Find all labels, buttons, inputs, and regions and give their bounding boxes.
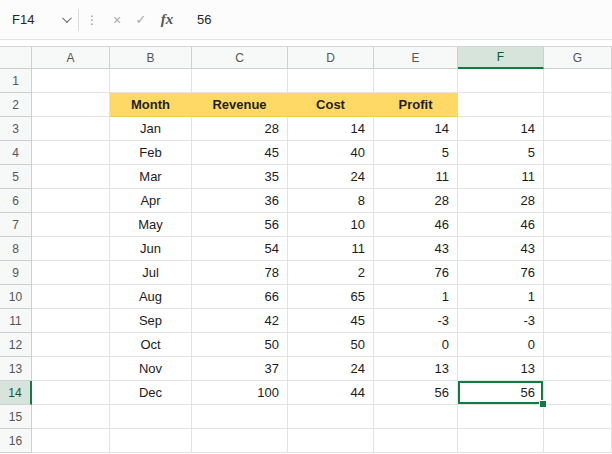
cell-B5[interactable]: Mar [110, 165, 192, 189]
cell-B8[interactable]: Jun [110, 237, 192, 261]
cell-A4[interactable] [32, 141, 110, 165]
cell-E14[interactable]: 56 [374, 381, 458, 405]
cell-F12[interactable]: 0 [458, 333, 544, 357]
cell-B7[interactable]: May [110, 213, 192, 237]
row-header-10[interactable]: 10 [0, 285, 32, 309]
cell-G9[interactable] [544, 261, 612, 285]
cell-G4[interactable] [544, 141, 612, 165]
cell-C4[interactable]: 45 [192, 141, 288, 165]
cell-G11[interactable] [544, 309, 612, 333]
cell-A8[interactable] [32, 237, 110, 261]
cell-D10[interactable]: 65 [288, 285, 374, 309]
cell-A6[interactable] [32, 189, 110, 213]
cell-F3[interactable]: 14 [458, 117, 544, 141]
cell-E15[interactable] [374, 405, 458, 429]
cell-A2[interactable] [32, 93, 110, 117]
cell-G7[interactable] [544, 213, 612, 237]
cell-G15[interactable] [544, 405, 612, 429]
cell-A9[interactable] [32, 261, 110, 285]
cell-C13[interactable]: 37 [192, 357, 288, 381]
cell-A10[interactable] [32, 285, 110, 309]
row-header-13[interactable]: 13 [0, 357, 32, 381]
cell-E4[interactable]: 5 [374, 141, 458, 165]
insert-function-icon[interactable]: fx [153, 11, 181, 28]
cell-C1[interactable] [192, 69, 288, 93]
cell-B1[interactable] [110, 69, 192, 93]
column-header-B[interactable]: B [110, 47, 192, 69]
cell-F6[interactable]: 28 [458, 189, 544, 213]
row-header-6[interactable]: 6 [0, 189, 32, 213]
row-header-14[interactable]: 14 [0, 381, 32, 405]
cell-F16[interactable] [458, 429, 544, 453]
cell-F15[interactable] [458, 405, 544, 429]
cell-F2[interactable] [458, 93, 544, 117]
cell-F9[interactable]: 76 [458, 261, 544, 285]
cell-A1[interactable] [32, 69, 110, 93]
cell-D6[interactable]: 8 [288, 189, 374, 213]
cell-A11[interactable] [32, 309, 110, 333]
cell-E2[interactable]: Profit [374, 93, 458, 117]
cell-D2[interactable]: Cost [288, 93, 374, 117]
cancel-icon[interactable]: × [105, 12, 129, 28]
cell-E10[interactable]: 1 [374, 285, 458, 309]
cell-E8[interactable]: 43 [374, 237, 458, 261]
row-header-4[interactable]: 4 [0, 141, 32, 165]
cell-D4[interactable]: 40 [288, 141, 374, 165]
cell-D9[interactable]: 2 [288, 261, 374, 285]
row-header-2[interactable]: 2 [0, 93, 32, 117]
cell-E12[interactable]: 0 [374, 333, 458, 357]
cell-A14[interactable] [32, 381, 110, 405]
cell-D1[interactable] [288, 69, 374, 93]
cell-B13[interactable]: Nov [110, 357, 192, 381]
column-header-E[interactable]: E [374, 47, 458, 69]
cell-D15[interactable] [288, 405, 374, 429]
column-header-F[interactable]: F [458, 47, 544, 69]
cell-F11[interactable]: -3 [458, 309, 544, 333]
row-header-11[interactable]: 11 [0, 309, 32, 333]
cell-B15[interactable] [110, 405, 192, 429]
row-header-16[interactable]: 16 [0, 429, 32, 453]
cell-D5[interactable]: 24 [288, 165, 374, 189]
cell-C16[interactable] [192, 429, 288, 453]
row-header-5[interactable]: 5 [0, 165, 32, 189]
cell-A16[interactable] [32, 429, 110, 453]
cell-D3[interactable]: 14 [288, 117, 374, 141]
cell-F13[interactable]: 13 [458, 357, 544, 381]
cell-C11[interactable]: 42 [192, 309, 288, 333]
cell-C5[interactable]: 35 [192, 165, 288, 189]
cell-G5[interactable] [544, 165, 612, 189]
row-header-9[interactable]: 9 [0, 261, 32, 285]
cell-E6[interactable]: 28 [374, 189, 458, 213]
cell-A7[interactable] [32, 213, 110, 237]
cell-C3[interactable]: 28 [192, 117, 288, 141]
row-header-12[interactable]: 12 [0, 333, 32, 357]
cell-C7[interactable]: 56 [192, 213, 288, 237]
cell-B9[interactable]: Jul [110, 261, 192, 285]
cell-C9[interactable]: 78 [192, 261, 288, 285]
cell-G6[interactable] [544, 189, 612, 213]
cell-G2[interactable] [544, 93, 612, 117]
cell-G12[interactable] [544, 333, 612, 357]
cell-G14[interactable] [544, 381, 612, 405]
cell-D14[interactable]: 44 [288, 381, 374, 405]
cell-F1[interactable] [458, 69, 544, 93]
cell-C2[interactable]: Revenue [192, 93, 288, 117]
cell-B16[interactable] [110, 429, 192, 453]
cell-D13[interactable]: 24 [288, 357, 374, 381]
cell-C12[interactable]: 50 [192, 333, 288, 357]
cell-D11[interactable]: 45 [288, 309, 374, 333]
cell-A3[interactable] [32, 117, 110, 141]
row-header-3[interactable]: 3 [0, 117, 32, 141]
cell-E16[interactable] [374, 429, 458, 453]
cell-E9[interactable]: 76 [374, 261, 458, 285]
cell-G16[interactable] [544, 429, 612, 453]
row-header-15[interactable]: 15 [0, 405, 32, 429]
cell-G8[interactable] [544, 237, 612, 261]
cell-B4[interactable]: Feb [110, 141, 192, 165]
cell-G1[interactable] [544, 69, 612, 93]
cell-F14[interactable]: 56 [458, 381, 544, 405]
cell-F5[interactable]: 11 [458, 165, 544, 189]
cell-A15[interactable] [32, 405, 110, 429]
cell-C6[interactable]: 36 [192, 189, 288, 213]
row-header-8[interactable]: 8 [0, 237, 32, 261]
